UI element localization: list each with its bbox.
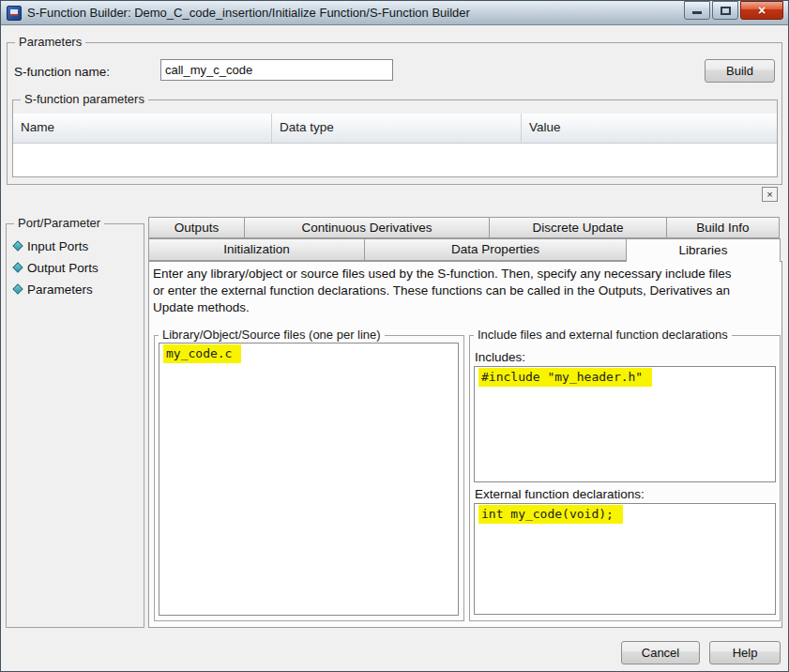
minimize-icon [692,11,702,14]
close-icon: × [758,3,766,18]
tree-item-parameters[interactable]: Parameters [14,281,93,298]
description-line: or enter the external function declarati… [153,283,781,299]
tab-libraries[interactable]: Libraries [626,238,781,262]
diamond-icon [12,283,23,294]
includes-group-legend: Include files and external function decl… [474,328,732,342]
tab-outputs[interactable]: Outputs [148,217,245,238]
dismiss-x-icon: × [766,189,772,200]
source-files-legend: Library/Object/Source files (one per lin… [159,328,385,342]
tab-data-properties[interactable]: Data Properties [364,238,627,261]
tab-continuous-derivatives[interactable]: Continuous Derivatives [244,217,490,238]
titlebar[interactable]: S-Function Builder: Demo_C_code_insertio… [1,1,788,25]
includes-content: #include "my_header.h" [478,368,652,387]
app-icon [7,6,22,21]
window-controls: × [684,1,783,20]
source-files-editor[interactable]: my_code.c [159,343,459,616]
tree-item-output-ports[interactable]: Output Ports [14,259,99,276]
tab-row-2: Initialization Data Properties Libraries [148,238,781,261]
column-header-data-type: Data type [272,114,522,143]
port-parameter-legend: Port/Parameter [14,216,104,230]
external-declarations-editor[interactable]: int my_code(void); [474,503,776,615]
parameters-table-header: Name Data type Value [13,114,777,144]
dismiss-parameters-button[interactable]: × [762,187,778,202]
minimize-button[interactable] [684,1,710,20]
sfunction-name-label: S-function name: [14,65,110,79]
close-button[interactable]: × [740,1,783,20]
tab-row-1: Outputs Continuous Derivatives Discrete … [148,217,780,238]
tab-build-info[interactable]: Build Info [666,217,780,238]
column-header-name: Name [13,114,272,143]
build-button[interactable]: Build [705,59,775,83]
column-header-value: Value [522,114,777,143]
external-declarations-label: External function declarations: [475,487,645,501]
sfunction-parameters-legend: S-function parameters [21,92,148,106]
description-line: Update methods. [153,299,781,316]
maximize-icon [721,7,731,15]
source-files-content: my_code.c [163,344,241,363]
description-line: Enter any library/object or source files… [153,266,781,283]
diamond-icon [12,262,23,272]
parameters-legend: Parameters [15,35,85,49]
help-button[interactable]: Help [709,641,781,664]
external-declarations-content: int my_code(void); [478,505,623,524]
sfunction-builder-dialog: S-Function Builder: Demo_C_code_insertio… [0,0,789,672]
libraries-description: Enter any library/object or source files… [153,266,781,316]
parameters-table-body[interactable] [13,144,777,176]
sfunction-name-input[interactable] [160,59,393,81]
tree-item-input-ports[interactable]: Input Ports [14,237,88,254]
maximize-button[interactable] [712,1,738,20]
window-title: S-Function Builder: Demo_C_code_insertio… [27,1,470,25]
includes-editor[interactable]: #include "my_header.h" [474,366,776,482]
tab-discrete-update[interactable]: Discrete Update [489,217,667,238]
tab-initialization[interactable]: Initialization [148,238,365,261]
includes-label: Includes: [475,350,525,364]
diamond-icon [12,240,23,251]
cancel-button[interactable]: Cancel [621,641,700,664]
